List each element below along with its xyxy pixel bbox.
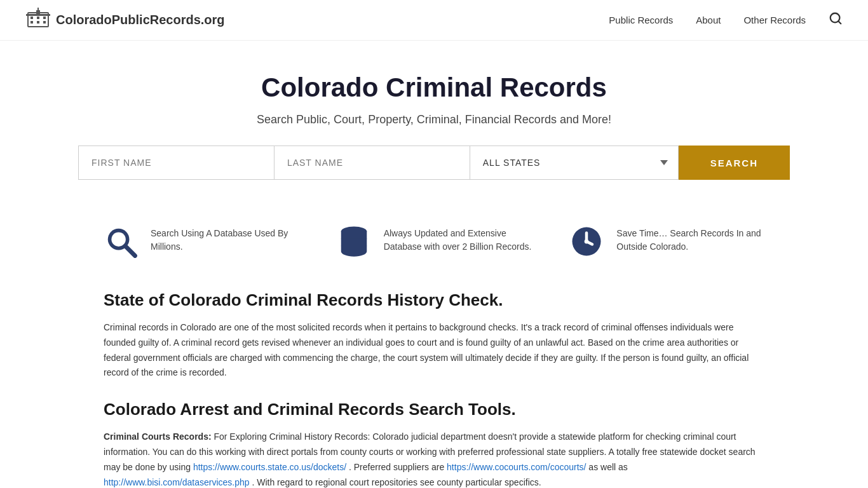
search-button[interactable]: SEARCH xyxy=(679,146,790,180)
section2-heading: Colorado Arrest and Criminal Records Sea… xyxy=(104,400,764,419)
svg-line-11 xyxy=(838,21,841,24)
svg-rect-3 xyxy=(37,17,39,19)
svg-line-14 xyxy=(126,247,135,256)
criminal-courts-label: Criminal Courts Records: xyxy=(104,431,212,442)
feature-database-text: Always Updated and Extensive Database wi… xyxy=(384,224,532,254)
features-section: Search Using A Database Used By Millions… xyxy=(78,224,790,259)
navbar: ColoradoPublicRecords.org Public Records… xyxy=(0,0,868,41)
search-feature-icon xyxy=(104,224,138,259)
logo-icon xyxy=(25,8,51,32)
svg-point-13 xyxy=(111,232,126,247)
feature-time: Save Time… Search Records In and Outside… xyxy=(569,224,764,259)
state-select[interactable]: All States Alabama Alaska Arizona Arkans… xyxy=(470,146,679,180)
svg-rect-1 xyxy=(26,14,50,16)
svg-rect-5 xyxy=(31,21,33,24)
svg-rect-7 xyxy=(43,21,46,24)
logo-text: ColoradoPublicRecords.org xyxy=(56,13,225,27)
hero-section: Colorado Criminal Records Search Public,… xyxy=(0,41,868,224)
site-logo[interactable]: ColoradoPublicRecords.org xyxy=(25,8,225,32)
section1-body: Criminal records in Colorado are one of … xyxy=(104,320,764,381)
last-name-input[interactable] xyxy=(274,146,470,180)
section2-body1-end: as well as xyxy=(588,462,627,472)
search-form: All States Alabama Alaska Arizona Arkans… xyxy=(78,146,790,180)
bisi-link[interactable]: http://www.bisi.com/dataservices.php xyxy=(104,477,250,487)
feature-search-text: Search Using A Database Used By Millions… xyxy=(151,224,299,254)
cocourts-link[interactable]: https://www.cocourts.com/cocourts/ xyxy=(447,462,586,472)
nav-links: Public Records About Other Records xyxy=(609,11,843,29)
svg-rect-2 xyxy=(31,17,33,19)
building-icon xyxy=(25,8,51,28)
section1-heading: State of Colorado Criminal Records Histo… xyxy=(104,290,764,310)
section2-body1-tail: . With regard to regional court reposito… xyxy=(252,477,541,487)
section2-body1-mid: . Preferred suppliers are xyxy=(349,462,447,472)
svg-rect-6 xyxy=(37,21,39,24)
page-title: Colorado Criminal Records xyxy=(25,72,843,103)
search-icon[interactable] xyxy=(829,11,843,29)
main-content: State of Colorado Criminal Records Histo… xyxy=(78,290,790,488)
feature-time-text: Save Time… Search Records In and Outside… xyxy=(616,224,764,254)
svg-point-20 xyxy=(585,240,589,244)
feature-search: Search Using A Database Used By Millions… xyxy=(104,224,299,259)
courts-link[interactable]: https://www.courts.state.co.us/dockets/ xyxy=(193,462,346,472)
hero-subtitle: Search Public, Court, Property, Criminal… xyxy=(25,113,843,126)
section2-body1: Criminal Courts Records: For Exploring C… xyxy=(104,430,764,488)
svg-rect-8 xyxy=(36,10,40,14)
nav-other-records[interactable]: Other Records xyxy=(743,15,806,25)
nav-public-records[interactable]: Public Records xyxy=(609,15,673,25)
feature-database: Always Updated and Extensive Database wi… xyxy=(337,224,532,259)
nav-about[interactable]: About xyxy=(696,15,721,25)
first-name-input[interactable] xyxy=(78,146,274,180)
svg-rect-4 xyxy=(43,17,46,19)
database-feature-icon xyxy=(337,224,371,259)
clock-feature-icon xyxy=(569,224,604,259)
